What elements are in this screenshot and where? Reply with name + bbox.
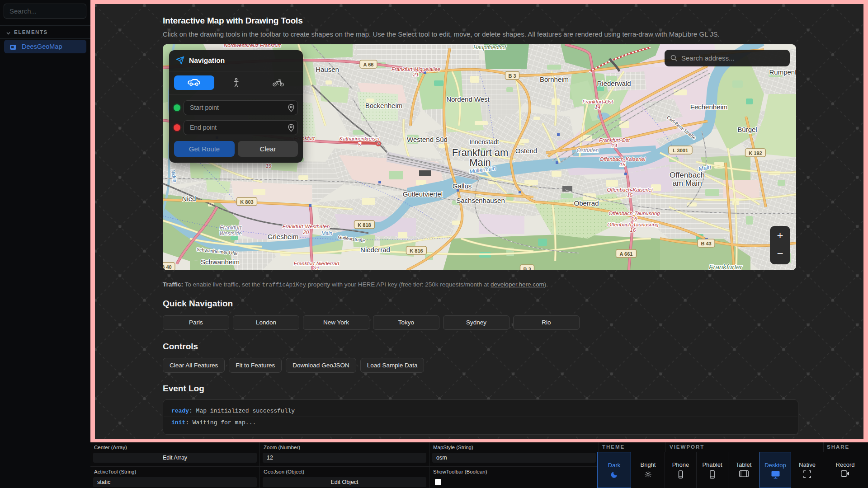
svg-text:16: 16 bbox=[630, 227, 636, 233]
svg-text:Ostend: Ostend bbox=[515, 147, 537, 155]
svg-text:Fechenheim: Fechenheim bbox=[690, 103, 728, 111]
svg-text:Griesheim: Griesheim bbox=[268, 233, 298, 240]
svg-text:Riederwald: Riederwald bbox=[597, 80, 631, 87]
svg-text:K 816: K 816 bbox=[410, 248, 423, 253]
svg-text:Offenbach-Taunusring: Offenbach-Taunusring bbox=[607, 222, 659, 227]
svg-text:14: 14 bbox=[595, 104, 601, 110]
svg-text:Rumpenh: Rumpenh bbox=[769, 68, 796, 76]
svg-text:Bornheim: Bornheim bbox=[540, 75, 569, 83]
svg-text:B 43: B 43 bbox=[701, 241, 711, 246]
svg-text:Innenstadt: Innenstadt bbox=[469, 138, 499, 145]
svg-text:16: 16 bbox=[632, 216, 637, 221]
svg-text:15: 15 bbox=[627, 192, 633, 198]
svg-text:5: 5 bbox=[358, 142, 361, 147]
svg-text:Frankfurt-Miquelallee: Frankfurt-Miquelallee bbox=[392, 66, 440, 72]
svg-text:Hausen: Hausen bbox=[316, 66, 339, 73]
svg-text:Westside: Westside bbox=[219, 230, 241, 237]
svg-text:am Main: am Main bbox=[672, 179, 702, 188]
svg-text:Bürgel: Bürgel bbox=[737, 126, 757, 133]
svg-text:Schwanheim: Schwanheim bbox=[201, 258, 240, 266]
svg-text:Osthafen: Osthafen bbox=[577, 147, 599, 154]
svg-text:K 192: K 192 bbox=[749, 150, 762, 156]
svg-text:Frankfurt: Frankfurt bbox=[220, 225, 242, 231]
svg-text:Sachsenhausen: Sachsenhausen bbox=[456, 197, 505, 204]
svg-text:Frankfurt-Ost: Frankfurt-Ost bbox=[582, 99, 613, 104]
svg-text:Nordwestkreuz Frankfurt: Nordwestkreuz Frankfurt bbox=[224, 44, 281, 48]
svg-text:20: 20 bbox=[303, 230, 309, 235]
svg-text:B 3: B 3 bbox=[523, 267, 531, 271]
svg-text:Bockenheim: Bockenheim bbox=[365, 102, 403, 109]
svg-text:21: 21 bbox=[313, 266, 320, 270]
svg-text:Offenbach-Kaiserlei: Offenbach-Kaiserlei bbox=[600, 156, 646, 162]
svg-text:L 3001: L 3001 bbox=[673, 148, 688, 153]
svg-text:Gutleutviertel: Gutleutviertel bbox=[403, 190, 443, 198]
svg-text:Offenbach-Taunusring: Offenbach-Taunusring bbox=[609, 211, 660, 216]
svg-text:14: 14 bbox=[612, 143, 618, 148]
svg-text:Frankfurter: Frankfurter bbox=[709, 263, 742, 270]
svg-text:19: 19 bbox=[266, 163, 272, 169]
svg-text:Frankfurt-Westhafen: Frankfurt-Westhafen bbox=[283, 224, 330, 229]
svg-text:Niederrad: Niederrad bbox=[360, 246, 390, 253]
svg-text:21: 21 bbox=[413, 72, 419, 77]
svg-text:A 661: A 661 bbox=[620, 251, 633, 257]
svg-text:Offenbach-Kaiserlei: Offenbach-Kaiserlei bbox=[607, 187, 653, 192]
svg-text:Westend Süd: Westend Süd bbox=[407, 136, 448, 143]
svg-text:Hauptfriedhof: Hauptfriedhof bbox=[473, 44, 507, 51]
svg-text:Frankfurt-Ost: Frankfurt-Ost bbox=[599, 137, 630, 143]
svg-text:Nied: Nied bbox=[182, 195, 196, 202]
svg-text:K 803: K 803 bbox=[240, 199, 253, 205]
svg-text:Katharinenkreisel: Katharinenkreisel bbox=[340, 136, 380, 141]
svg-text:K 818: K 818 bbox=[358, 222, 371, 228]
svg-text:Nordend West: Nordend West bbox=[446, 95, 490, 103]
svg-text:Gallus: Gallus bbox=[453, 182, 472, 190]
svg-text:15: 15 bbox=[620, 162, 626, 167]
svg-text:Main: Main bbox=[321, 230, 332, 236]
svg-text:B 3: B 3 bbox=[508, 73, 516, 79]
svg-text:Oberrad: Oberrad bbox=[574, 199, 599, 207]
svg-text:A 66: A 66 bbox=[363, 62, 374, 67]
svg-text:B 40: B 40 bbox=[163, 264, 172, 270]
